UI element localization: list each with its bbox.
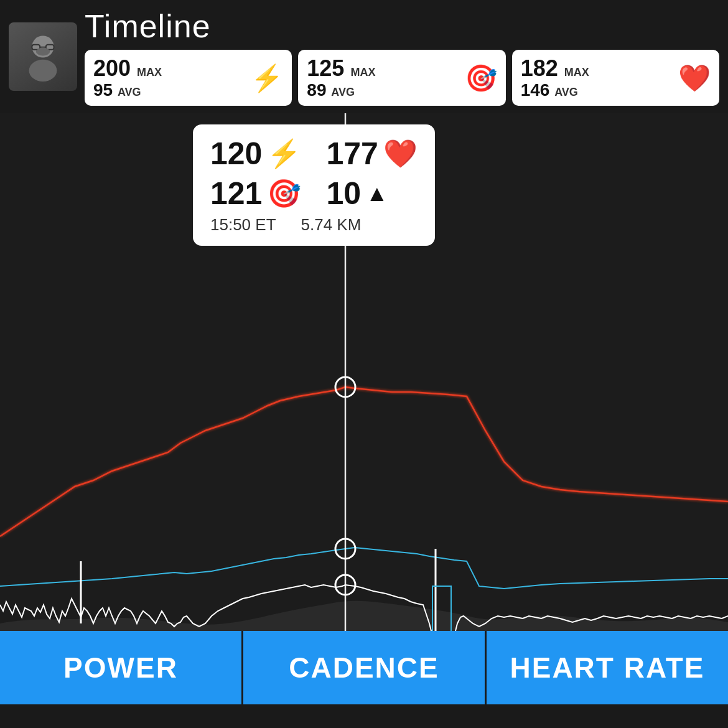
chart-container[interactable]: 120 ⚡ 177 ❤️ 121 🎯 10 ▲ 15:50 ET 5.74 KM… [0, 113, 728, 704]
cadence-avg: 89 AVG [307, 81, 375, 100]
svg-point-5 [29, 60, 57, 82]
page-title: Timeline [85, 7, 719, 45]
tooltip-elevation: 10 ▲ [326, 175, 388, 212]
heartrate-button[interactable]: HEART RATE [485, 631, 728, 704]
tooltip-bolt-icon: ⚡ [267, 138, 301, 170]
power-avg: 95 AVG [93, 81, 162, 100]
stats-row: 200 MAX 95 AVG ⚡ 125 MAX [85, 50, 719, 106]
heartrate-avg: 146 AVG [521, 81, 589, 100]
tooltip-heart-icon: ❤️ [383, 138, 418, 170]
heart-icon: ❤️ [678, 63, 711, 93]
cadence-stat-card: 125 MAX 89 AVG 🎯 [298, 50, 505, 106]
svg-point-4 [36, 48, 50, 56]
bolt-icon: ⚡ [251, 63, 283, 93]
cadence-button[interactable]: CADENCE [241, 631, 485, 704]
tooltip-power: 120 ⚡ [210, 136, 301, 172]
power-button[interactable]: POWER [0, 631, 241, 704]
tooltip-hr: 177 ❤️ [326, 136, 417, 172]
tooltip-distance: 5.74 KM [301, 215, 362, 235]
tooltip-time: 15:50 ET [210, 215, 276, 235]
target-icon: 🎯 [465, 63, 497, 93]
avatar [9, 22, 77, 91]
cadence-max: 125 MAX [307, 56, 375, 81]
power-max: 200 MAX [93, 56, 162, 81]
power-stat-card: 200 MAX 95 AVG ⚡ [85, 50, 292, 106]
header: Timeline 200 MAX 95 AVG ⚡ [0, 0, 728, 113]
bottom-buttons: POWER CADENCE HEART RATE [0, 631, 728, 704]
tooltip: 120 ⚡ 177 ❤️ 121 🎯 10 ▲ 15:50 ET 5.74 KM [193, 124, 435, 246]
tooltip-mountain-icon: ▲ [366, 180, 388, 207]
heartrate-max: 182 MAX [521, 56, 589, 81]
tooltip-cadence: 121 🎯 [210, 175, 301, 212]
heartrate-stat-card: 182 MAX 146 AVG ❤️ [512, 50, 719, 106]
tooltip-target-icon: 🎯 [267, 177, 301, 210]
header-right: Timeline 200 MAX 95 AVG ⚡ [85, 7, 719, 106]
